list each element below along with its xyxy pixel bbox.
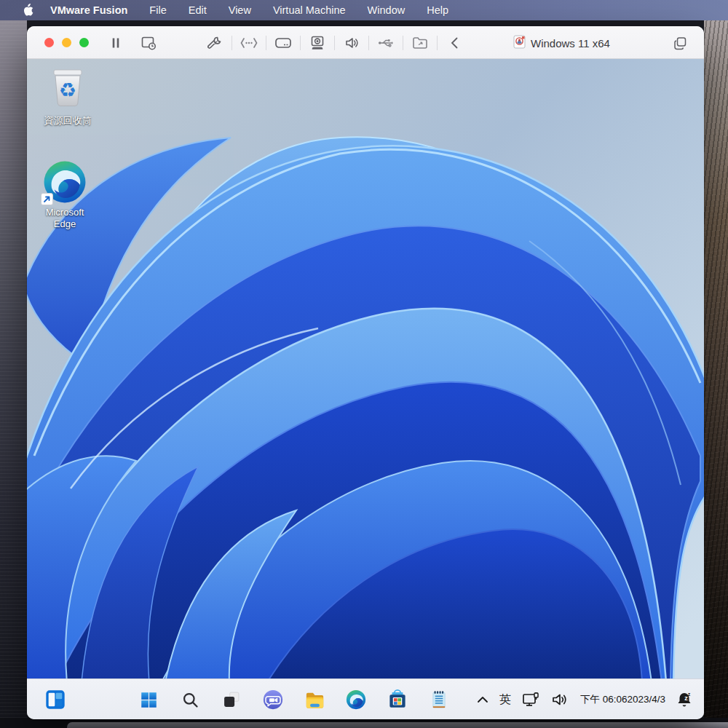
menu-item-view[interactable]: View (229, 4, 251, 16)
menu-item-edit[interactable]: Edit (189, 4, 207, 16)
windows-desktop[interactable]: ♻ 資源回收筒 (27, 59, 704, 678)
minimize-button[interactable] (62, 38, 71, 47)
notepad-button[interactable] (427, 687, 451, 713)
hard-disk-icon[interactable] (272, 33, 294, 52)
desktop-icon-label: 資源回收筒 (36, 115, 99, 127)
macos-menu-bar: VMware Fusion File Edit View Virtual Mac… (0, 0, 728, 20)
edge-icon (42, 159, 87, 205)
chevron-left-icon[interactable] (443, 33, 465, 52)
window-title: Windows 11 x64 (513, 35, 610, 51)
desktop-icon-label: Microsoft Edge (33, 207, 96, 231)
vm-screen: ♻ 資源回收筒 (27, 59, 704, 719)
macos-wallpaper-right (704, 0, 728, 728)
wrench-icon[interactable] (204, 33, 226, 52)
snapshots-button[interactable] (138, 33, 159, 52)
menu-item-window[interactable]: Window (368, 4, 405, 16)
usb-icon[interactable] (375, 33, 397, 52)
svg-text:z: z (688, 692, 691, 697)
network-adapter-icon[interactable] (238, 33, 260, 52)
macos-wallpaper-left (0, 0, 27, 728)
desktop-icon-microsoft-edge[interactable]: Microsoft Edge (30, 159, 100, 231)
input-language-indicator[interactable]: 英 (499, 687, 511, 713)
widgets-button[interactable] (43, 687, 68, 713)
speaker-icon[interactable] (552, 687, 569, 713)
shared-folder-icon[interactable] (409, 33, 431, 52)
file-explorer-button[interactable] (302, 687, 327, 713)
window-title-text: Windows 11 x64 (531, 37, 610, 50)
pause-button[interactable] (105, 33, 127, 52)
close-button[interactable] (44, 38, 54, 47)
edge-button[interactable] (344, 687, 368, 713)
network-display-icon[interactable] (522, 687, 541, 713)
start-button[interactable] (136, 687, 161, 713)
traffic-lights (44, 38, 89, 47)
sound-icon[interactable] (341, 33, 363, 52)
taskbar-center-icons (136, 687, 451, 713)
system-tray: 英 下午 06:06 (477, 685, 692, 714)
recycle-bin-icon: ♻ (47, 65, 88, 113)
menu-item-file[interactable]: File (149, 4, 166, 16)
taskbar-clock[interactable]: 下午 06:06 2023/4/3 (580, 687, 665, 713)
desktop-icon-recycle-bin[interactable]: ♻ 資源回收筒 (33, 65, 103, 127)
vm-document-icon (513, 35, 526, 51)
task-view-button[interactable] (219, 687, 244, 713)
chat-button[interactable] (261, 687, 285, 713)
vmware-fusion-window: Windows 11 x64 (27, 26, 704, 719)
windows-taskbar: 英 下午 06:06 (27, 678, 704, 719)
shortcut-arrow-icon (41, 193, 53, 205)
vmware-toolbar: Windows 11 x64 (27, 26, 704, 59)
svg-text:♻: ♻ (59, 79, 76, 101)
toolbar-device-icons (204, 33, 465, 52)
search-button[interactable] (178, 687, 202, 713)
menu-app-name[interactable]: VMware Fusion (50, 4, 127, 16)
cd-dvd-icon[interactable] (306, 33, 328, 52)
windows-bloom-wallpaper (27, 59, 704, 678)
bell-dnd-icon[interactable]: z z (676, 687, 692, 713)
zoom-button[interactable] (79, 38, 89, 47)
macos-dock-edge[interactable] (67, 722, 728, 728)
menu-item-help[interactable]: Help (427, 4, 448, 16)
clock-time: 下午 06:06 (580, 693, 628, 706)
fullscreen-button[interactable] (670, 34, 689, 52)
hidden-icons-chevron[interactable] (477, 687, 488, 713)
store-button[interactable] (385, 687, 410, 713)
menu-item-virtual-machine[interactable]: Virtual Machine (273, 4, 346, 16)
clock-date: 2023/4/3 (627, 693, 665, 706)
apple-menu-icon[interactable] (23, 4, 35, 17)
